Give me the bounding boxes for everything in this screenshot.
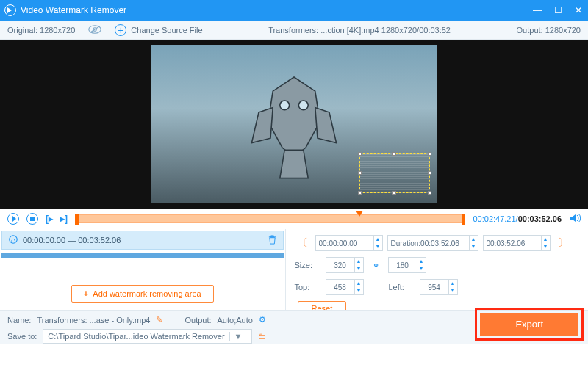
play-button[interactable] bbox=[7, 213, 19, 225]
footer: Name: Transformers: ...ase - Only.mp4 ✎ … bbox=[0, 310, 588, 344]
svg-point-4 bbox=[280, 101, 290, 110]
bracket-out-icon[interactable]: 〕 bbox=[555, 236, 571, 250]
add-area-button[interactable]: + Add watermark removing area bbox=[71, 285, 214, 303]
mark-out-button[interactable]: ▸] bbox=[60, 214, 68, 224]
preview-toggle-icon[interactable] bbox=[88, 24, 101, 36]
output-label: Output: bbox=[184, 316, 211, 325]
properties-panel: 〔 ▲▼ ▲▼ ▲▼ 〕 Size: ▲▼ ⚭ ▲▼ Top: ▲▼ Left:… bbox=[286, 229, 589, 310]
playhead-icon[interactable] bbox=[356, 211, 363, 217]
svg-point-9 bbox=[10, 236, 18, 244]
duration-input[interactable]: ▲▼ bbox=[387, 235, 478, 251]
name-label: Name: bbox=[7, 316, 31, 325]
link-aspect-icon[interactable]: ⚭ bbox=[368, 261, 384, 270]
output-settings-icon[interactable]: ⚙ bbox=[259, 315, 266, 325]
change-source-button[interactable]: + Change Source File bbox=[115, 24, 202, 36]
save-to-label: Save to: bbox=[7, 332, 37, 341]
svg-line-2 bbox=[90, 26, 101, 32]
left-input[interactable]: ▲▼ bbox=[420, 279, 458, 295]
title-bar: Video Watermark Remover — ☐ ✕ bbox=[0, 0, 588, 21]
export-button[interactable]: Export bbox=[480, 313, 578, 336]
size-label: Size: bbox=[295, 261, 321, 269]
segment-bar[interactable] bbox=[1, 253, 284, 258]
video-stage bbox=[0, 40, 588, 209]
areas-panel: 00:00:00.00 — 00:03:52.06 + Add watermar… bbox=[0, 229, 286, 310]
top-label: Top: bbox=[295, 283, 321, 291]
selection-rectangle[interactable] bbox=[359, 153, 430, 193]
svg-marker-6 bbox=[251, 108, 273, 143]
minimize-button[interactable]: — bbox=[532, 5, 542, 15]
app-logo-icon bbox=[4, 4, 16, 16]
stop-button[interactable] bbox=[26, 213, 38, 225]
svg-marker-3 bbox=[268, 77, 320, 157]
output-resolution: Output: 1280x720 bbox=[517, 26, 581, 35]
plus-icon: + bbox=[115, 24, 126, 36]
bracket-in-icon[interactable]: 〔 bbox=[295, 236, 311, 250]
export-highlight: Export bbox=[475, 308, 584, 341]
mark-in-button[interactable]: [▸ bbox=[46, 214, 53, 224]
change-source-label: Change Source File bbox=[131, 26, 202, 35]
edit-name-icon[interactable]: ✎ bbox=[156, 315, 162, 325]
plus-icon: + bbox=[84, 289, 88, 298]
watermark-icon bbox=[8, 234, 18, 246]
top-input[interactable]: ▲▼ bbox=[326, 279, 364, 295]
start-time-input[interactable]: ▲▼ bbox=[315, 235, 383, 251]
svg-marker-7 bbox=[315, 108, 337, 143]
left-label: Left: bbox=[389, 283, 415, 291]
app-title: Video Watermark Remover bbox=[21, 5, 532, 15]
save-path-input[interactable]: C:\Tipard Studio\Tipar...ideo Watermark … bbox=[43, 329, 251, 344]
width-input[interactable]: ▲▼ bbox=[326, 257, 364, 273]
close-button[interactable]: ✕ bbox=[573, 5, 584, 15]
video-preview[interactable] bbox=[151, 45, 437, 203]
path-dropdown-icon[interactable]: ▼ bbox=[229, 332, 247, 341]
transport-bar: [▸ ▸] 00:02:47.21/00:03:52.06 bbox=[0, 209, 588, 229]
info-bar: Original: 1280x720 + Change Source File … bbox=[0, 21, 588, 40]
file-info: Transformers: ...ction [4K].mp4 1280x720… bbox=[216, 26, 503, 35]
volume-icon[interactable] bbox=[569, 212, 581, 225]
output-name: Transformers: ...ase - Only.mp4 bbox=[37, 316, 150, 325]
end-time-input[interactable]: ▲▼ bbox=[483, 235, 551, 251]
area-segment[interactable]: 00:00:00.00 — 00:03:52.06 bbox=[1, 231, 284, 250]
original-resolution: Original: 1280x720 bbox=[7, 26, 75, 35]
timeline-track[interactable] bbox=[75, 214, 465, 223]
timecode: 00:02:47.21/00:03:52.06 bbox=[473, 214, 562, 223]
svg-point-5 bbox=[298, 101, 308, 110]
delete-segment-icon[interactable] bbox=[268, 235, 277, 246]
maximize-button[interactable]: ☐ bbox=[553, 5, 563, 15]
output-format: Auto;Auto bbox=[218, 316, 253, 325]
segment-range: 00:00:00.00 — 00:03:52.06 bbox=[23, 236, 263, 245]
open-folder-icon[interactable]: 🗀 bbox=[258, 332, 266, 341]
height-input[interactable]: ▲▼ bbox=[388, 257, 426, 273]
svg-marker-8 bbox=[280, 150, 308, 178]
